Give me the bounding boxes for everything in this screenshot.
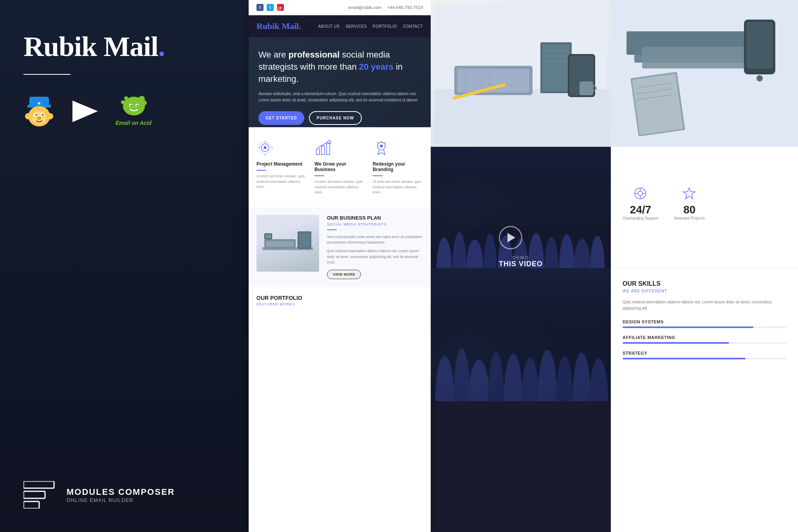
campaign-monitor-logo bbox=[70, 99, 100, 122]
svg-point-20 bbox=[130, 105, 132, 106]
mailchimp-logo bbox=[23, 95, 55, 126]
skill-2-fill bbox=[623, 342, 729, 344]
right-top-right-image bbox=[611, 0, 798, 147]
svg-point-80 bbox=[574, 239, 590, 268]
skill-3-fill bbox=[623, 358, 746, 359]
svg-point-97 bbox=[572, 353, 591, 401]
svg-point-71 bbox=[437, 238, 452, 268]
svg-rect-57 bbox=[580, 81, 593, 95]
svg-point-95 bbox=[538, 350, 558, 401]
service-grow-business: We Grow your Business Ut enim ad minim v… bbox=[314, 139, 365, 195]
svg-point-26 bbox=[264, 146, 266, 149]
nav-services[interactable]: SERVICES bbox=[345, 24, 367, 29]
brand-dot: . bbox=[158, 31, 165, 62]
svg-point-83 bbox=[638, 191, 643, 196]
skill-2-track bbox=[623, 342, 786, 344]
svg-point-90 bbox=[453, 348, 470, 401]
svg-point-17 bbox=[121, 100, 125, 104]
center-panel: f t ● email@rubik.com +44-645-792-7519 R… bbox=[249, 0, 431, 532]
hero-title: We are professional social media strateg… bbox=[258, 49, 421, 85]
portfolio-subtitle: FEATURED WORKS bbox=[256, 302, 423, 306]
svg-point-2 bbox=[38, 102, 40, 105]
svg-point-89 bbox=[435, 355, 454, 401]
business-plan-title: OUR BUSINESS PLAN bbox=[327, 215, 423, 221]
play-button[interactable] bbox=[499, 226, 522, 249]
svg-rect-67 bbox=[632, 74, 683, 135]
svg-point-92 bbox=[488, 352, 504, 401]
stat-projects-number: 80 bbox=[674, 204, 705, 216]
bottom-section: MODULES COMPOSER ONLINE EMAIL BUILDER bbox=[23, 481, 225, 509]
business-image bbox=[256, 215, 319, 272]
right-top-image bbox=[431, 0, 611, 147]
nav-contact[interactable]: CONTACT bbox=[403, 24, 423, 29]
stats-panel: 24/7 Outstanding Support 80 Awarded Proj… bbox=[611, 147, 798, 268]
stats-row: 24/7 Outstanding Support 80 Awarded Proj… bbox=[623, 187, 786, 220]
facebook-icon: f bbox=[256, 4, 264, 11]
service-1-desc: Ut enim ad minim veniam, quis nostrud ex… bbox=[256, 174, 307, 190]
email-on-acid-logo: Email on Acid bbox=[116, 94, 152, 126]
svg-point-10 bbox=[25, 113, 31, 119]
modules-text: MODULES COMPOSER ONLINE EMAIL BUILDER bbox=[67, 487, 175, 503]
service-3-title: Redesign your Branding bbox=[373, 161, 423, 172]
brand-name: Rubik Mail bbox=[23, 31, 158, 62]
email-services: Project Management Ut enim ad minim veni… bbox=[249, 127, 431, 207]
service-1-title: Project Management bbox=[256, 161, 307, 167]
demo-label-text: DEMO bbox=[499, 255, 543, 260]
svg-point-78 bbox=[545, 237, 558, 268]
svg-rect-37 bbox=[299, 233, 310, 248]
svg-point-21 bbox=[137, 105, 138, 106]
svg-point-11 bbox=[47, 113, 53, 119]
svg-point-96 bbox=[556, 355, 573, 401]
nav-about[interactable]: ABOUT US bbox=[318, 24, 339, 29]
service-redesign-branding: Redesign your Branding Ut enim ad minim … bbox=[373, 139, 423, 195]
service-2-desc: Ut enim ad minim veniam, quis nostrud ex… bbox=[314, 179, 365, 195]
nav-portfolio[interactable]: PORTFOLIO bbox=[373, 24, 397, 29]
modules-title: MODULES COMPOSER bbox=[67, 487, 175, 497]
skills-title: OUR SKILLS bbox=[623, 280, 786, 287]
service-3-desc: Ut enim ad minim veniam, quis nostrud ex… bbox=[373, 179, 423, 195]
business-plan-desc2: Quis nostrud exercitation ullamco labori… bbox=[327, 248, 423, 265]
crowd-panel bbox=[431, 268, 611, 401]
email-address: email@rubik.com bbox=[348, 5, 381, 10]
skills-subtitle: WE ARE DIFFERENT bbox=[623, 289, 786, 293]
svg-rect-23 bbox=[23, 491, 45, 498]
email-logo: Rubik Mail. bbox=[256, 21, 301, 31]
email-topbar: f t ● email@rubik.com +44-645-792-7519 bbox=[249, 0, 431, 15]
skill-1-label: DESIGN SYSTEMS bbox=[623, 319, 786, 324]
email-portfolio: OUR PORTFOLIO FEATURED WORKS bbox=[249, 287, 431, 314]
purchase-now-button[interactable]: PURCHASE NOW bbox=[309, 111, 362, 125]
svg-point-30 bbox=[328, 141, 331, 144]
view-more-button[interactable]: VIEW MORE bbox=[327, 270, 361, 279]
svg-rect-27 bbox=[316, 149, 320, 155]
hero-buttons: GET STARTED PURCHASE NOW bbox=[258, 111, 421, 125]
right-panel: DEMO THIS VIDEO bbox=[431, 0, 798, 532]
svg-point-72 bbox=[453, 232, 466, 268]
stat-support-label: Outstanding Support bbox=[623, 216, 659, 220]
email-business: OUR BUSINESS PLAN SOCIAL MEDIA STRATEGIS… bbox=[249, 207, 431, 287]
svg-rect-51 bbox=[542, 44, 570, 91]
stat-support: 24/7 Outstanding Support bbox=[623, 187, 659, 220]
svg-rect-62 bbox=[642, 47, 760, 69]
modules-subtitle: ONLINE EMAIL BUILDER bbox=[67, 497, 175, 503]
svg-point-65 bbox=[756, 75, 763, 81]
skill-1-track bbox=[623, 326, 786, 328]
hero-description: Aenean sollicitudin, erat a elementum ru… bbox=[258, 91, 421, 103]
stat-projects: 80 Awarded Projects bbox=[674, 187, 705, 220]
contact-info-top: email@rubik.com +44-645-792-7519 bbox=[348, 5, 423, 10]
svg-point-94 bbox=[522, 357, 539, 401]
skill-strategy: STRATEGY bbox=[623, 351, 786, 359]
skill-1-fill bbox=[623, 326, 753, 328]
svg-rect-24 bbox=[23, 501, 39, 509]
svg-point-7 bbox=[36, 114, 37, 115]
demo-video-panel: DEMO THIS VIDEO bbox=[431, 147, 611, 268]
get-started-button[interactable]: GET STARTED bbox=[258, 111, 304, 125]
svg-point-16 bbox=[124, 96, 128, 100]
svg-point-98 bbox=[589, 359, 608, 401]
svg-point-93 bbox=[504, 354, 523, 401]
svg-point-9 bbox=[37, 117, 42, 120]
svg-point-32 bbox=[380, 145, 383, 147]
acid-text: Email on Acid bbox=[116, 120, 152, 126]
svg-point-73 bbox=[466, 240, 483, 268]
service-2-title: We Grow your Business bbox=[314, 161, 365, 172]
business-plan-subtitle: SOCIAL MEDIA STRATEGISTS bbox=[327, 222, 423, 226]
